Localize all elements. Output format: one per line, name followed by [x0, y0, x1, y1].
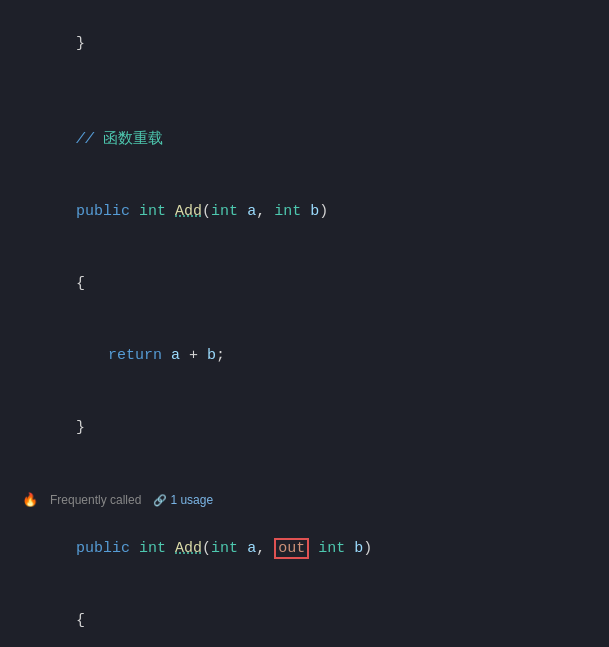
line-blank	[0, 80, 609, 104]
frequently-called-label-1: Frequently called	[50, 491, 141, 510]
line-text: public int Add(int a, int b)	[22, 176, 593, 248]
fire-icon-1: 🔥	[22, 490, 38, 511]
line-text: public int Add(int a, out int b)	[22, 513, 593, 585]
line-text: // 函数重载	[22, 104, 593, 176]
usage-link-1[interactable]: 1 usage	[153, 491, 213, 510]
gutter	[8, 320, 14, 392]
line-blank	[0, 464, 609, 488]
gutter	[8, 176, 14, 248]
line-method1-close: }	[0, 392, 609, 464]
meta-line-1: 🔥 Frequently called 1 usage	[0, 488, 609, 513]
line-method2-open: {	[0, 585, 609, 647]
gutter	[8, 8, 14, 80]
line-text: return a + b;	[22, 320, 593, 392]
line-method1-open: {	[0, 248, 609, 320]
code-editor: } // 函数重载 public int Add(int a, int b) {…	[0, 0, 609, 647]
gutter	[8, 513, 14, 585]
line-closing-brace-top: }	[0, 8, 609, 80]
out-keyword-highlight: out	[274, 538, 309, 559]
line-method2-sig: public int Add(int a, out int b)	[0, 513, 609, 585]
line-method1-return: return a + b;	[0, 320, 609, 392]
line-text: {	[22, 585, 593, 647]
line-text: {	[22, 248, 593, 320]
gutter	[8, 104, 14, 176]
gutter	[8, 585, 14, 647]
line-method1-sig: public int Add(int a, int b)	[0, 176, 609, 248]
gutter	[8, 392, 14, 464]
gutter	[8, 248, 14, 320]
line-text: }	[22, 8, 593, 80]
line-comment: // 函数重载	[0, 104, 609, 176]
usage-count-1: 1 usage	[170, 491, 213, 510]
line-text: }	[22, 392, 593, 464]
